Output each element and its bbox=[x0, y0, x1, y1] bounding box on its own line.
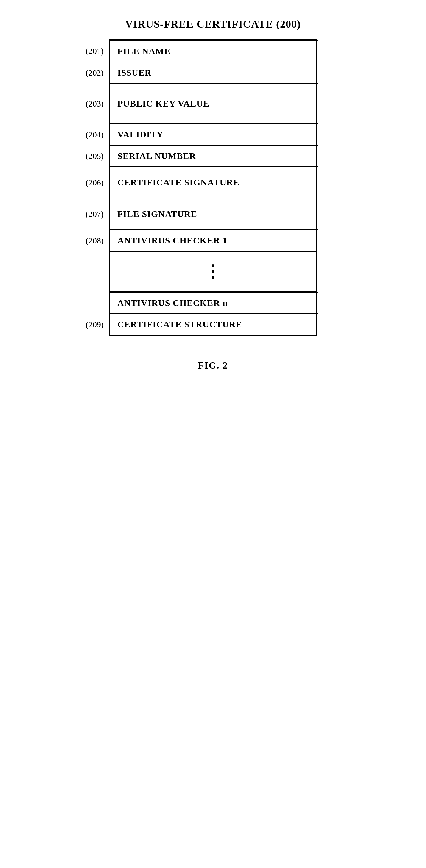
row-209: (209) CERTIFICATE STRUCTURE bbox=[110, 314, 318, 335]
row-203: (203) PUBLIC KEY VALUE bbox=[110, 84, 318, 124]
dot-2 bbox=[211, 270, 215, 273]
cell-public-key: PUBLIC KEY VALUE bbox=[110, 84, 318, 124]
label-207: (207) bbox=[71, 210, 107, 219]
row-205: (205) SERIAL NUMBER bbox=[110, 146, 318, 167]
label-205: (205) bbox=[71, 151, 107, 161]
label-208: (208) bbox=[71, 236, 107, 246]
dot-3 bbox=[211, 276, 215, 279]
label-201: (201) bbox=[71, 46, 107, 56]
cell-cert-structure: CERTIFICATE STRUCTURE bbox=[110, 314, 318, 335]
cell-file-name: FILE NAME bbox=[110, 40, 318, 62]
certificate-box: (201) FILE NAME (202) ISSUER (203) PUBLI… bbox=[109, 39, 317, 252]
cell-antivirus-1: ANTIVIRUS CHECKER 1 bbox=[110, 230, 318, 251]
label-202: (202) bbox=[71, 68, 107, 78]
row-207: (207) FILE SIGNATURE bbox=[110, 198, 318, 230]
cell-file-signature: FILE SIGNATURE bbox=[110, 198, 318, 230]
cell-issuer: ISSUER bbox=[110, 62, 318, 84]
row-201: (201) FILE NAME bbox=[110, 40, 318, 62]
diagram-container: (201) FILE NAME (202) ISSUER (203) PUBLI… bbox=[79, 39, 347, 336]
cell-validity: VALIDITY bbox=[110, 124, 318, 146]
label-203: (203) bbox=[71, 99, 107, 108]
row-206: (206) CERTIFICATE SIGNATURE bbox=[110, 167, 318, 198]
cell-serial-number: SERIAL NUMBER bbox=[110, 146, 318, 167]
row-208: (208) ANTIVIRUS CHECKER 1 bbox=[110, 230, 318, 251]
ellipsis-section bbox=[109, 252, 317, 291]
page-title: VIRUS-FREE CERTIFICATE (200) bbox=[125, 18, 301, 30]
ellipsis-dots bbox=[211, 264, 215, 279]
label-204: (204) bbox=[71, 130, 107, 140]
cell-cert-signature: CERTIFICATE SIGNATURE bbox=[110, 167, 318, 198]
bottom-section: ANTIVIRUS CHECKER n (209) CERTIFICATE ST… bbox=[109, 291, 317, 336]
row-checker-n: ANTIVIRUS CHECKER n bbox=[110, 292, 318, 314]
fig-label: FIG. 2 bbox=[198, 360, 228, 371]
row-202: (202) ISSUER bbox=[110, 62, 318, 84]
dot-1 bbox=[211, 264, 215, 267]
cell-antivirus-n: ANTIVIRUS CHECKER n bbox=[110, 292, 318, 314]
row-204: (204) VALIDITY bbox=[110, 124, 318, 146]
label-206: (206) bbox=[71, 178, 107, 187]
label-209: (209) bbox=[71, 320, 107, 330]
